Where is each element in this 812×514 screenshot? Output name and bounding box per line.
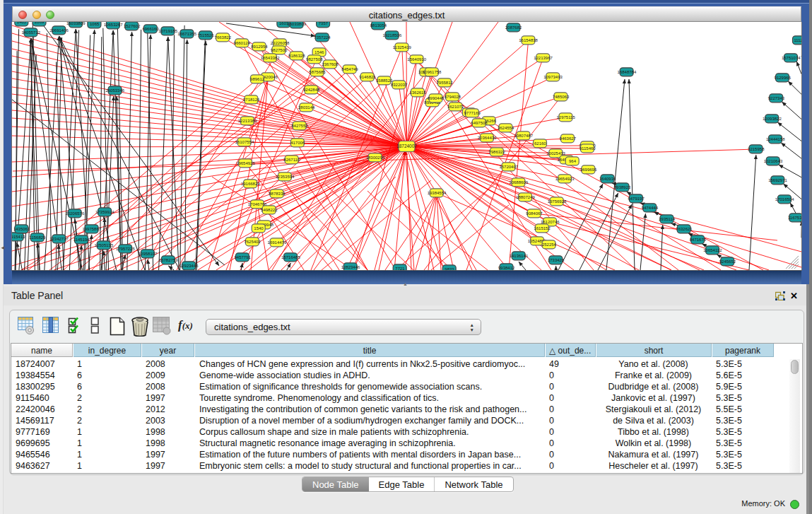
svg-text:7663822: 7663822 (215, 35, 232, 40)
svg-text:8454749: 8454749 (341, 67, 358, 71)
svg-text:9084067: 9084067 (526, 211, 543, 216)
svg-text:9463627: 9463627 (560, 136, 577, 141)
svg-text:16033809: 16033809 (287, 22, 306, 26)
svg-text:19218506: 19218506 (383, 33, 402, 37)
svg-text:7632621: 7632621 (676, 227, 693, 231)
svg-text:9129966: 9129966 (775, 76, 792, 80)
svg-text:12923446: 12923446 (180, 264, 199, 268)
svg-text:3915413: 3915413 (12, 235, 25, 239)
svg-text:15716485: 15716485 (281, 255, 300, 259)
svg-text:9242848: 9242848 (303, 88, 320, 92)
svg-text:8990448: 8990448 (428, 96, 445, 100)
svg-text:20691406: 20691406 (49, 28, 69, 33)
svg-text:7986322: 7986322 (488, 150, 505, 154)
svg-text:19756928: 19756928 (548, 199, 567, 204)
svg-text:9115460: 9115460 (579, 146, 596, 151)
svg-text:6794028: 6794028 (445, 95, 461, 99)
svg-text:15720407: 15720407 (499, 165, 518, 169)
svg-text:19166829: 19166829 (241, 182, 260, 186)
svg-text:19654923: 19654923 (555, 177, 575, 181)
svg-text:16914479: 16914479 (268, 240, 287, 245)
svg-text:19384554: 19384554 (428, 191, 447, 195)
svg-text:10653267: 10653267 (104, 23, 123, 27)
svg-text:252254: 252254 (542, 243, 557, 247)
svg-text:12505135: 12505135 (95, 243, 114, 247)
svg-text:7955812: 7955812 (437, 81, 454, 85)
svg-text:5875685: 5875685 (309, 70, 326, 74)
svg-text:18300295: 18300295 (366, 156, 385, 160)
svg-text:16107554: 16107554 (235, 140, 254, 144)
svg-text:9699695: 9699695 (580, 168, 597, 172)
svg-text:1167534: 1167534 (788, 216, 801, 220)
svg-text:10654112: 10654112 (703, 248, 722, 252)
svg-text:23226058: 23226058 (271, 41, 290, 45)
svg-text:10719185: 10719185 (158, 29, 177, 33)
svg-text:2803144: 2803144 (298, 105, 315, 110)
svg-text:8267110: 8267110 (283, 158, 300, 162)
svg-text:12093822: 12093822 (763, 117, 782, 121)
svg-text:8471676: 8471676 (690, 238, 707, 242)
svg-text:20206576: 20206576 (66, 211, 85, 216)
svg-text:8186328: 8186328 (288, 54, 305, 58)
svg-text:8813054: 8813054 (370, 23, 387, 28)
svg-text:6479197: 6479197 (628, 197, 645, 201)
svg-text:17016504: 17016504 (775, 197, 794, 201)
svg-text:10688609: 10688609 (509, 180, 528, 185)
svg-text:12444158: 12444158 (766, 137, 785, 141)
svg-text:7485063: 7485063 (553, 95, 570, 99)
svg-text:9827500: 9827500 (271, 48, 288, 52)
svg-text:7357224: 7357224 (314, 35, 331, 40)
svg-text:14136141: 14136141 (510, 254, 529, 258)
svg-text:7357: 7357 (319, 22, 329, 25)
svg-text:1065: 1065 (90, 22, 100, 26)
svg-text:2087682: 2087682 (505, 25, 522, 30)
svg-text:12213967: 12213967 (534, 56, 553, 60)
svg-text:16120746: 16120746 (541, 220, 560, 224)
svg-text:9827508: 9827508 (306, 57, 323, 62)
svg-text:12213389: 12213389 (238, 119, 257, 123)
svg-text:8322037: 8322037 (391, 83, 408, 87)
svg-text:2935114: 2935114 (659, 217, 676, 221)
svg-text:9227343: 9227343 (768, 96, 785, 100)
svg-text:989612: 989612 (250, 77, 265, 81)
svg-text:2718126: 2718126 (243, 98, 260, 102)
svg-text:2367608: 2367608 (322, 62, 339, 66)
svg-text:17359924: 17359924 (95, 210, 114, 214)
svg-text:1640934: 1640934 (599, 177, 616, 181)
svg-text:9833: 9833 (445, 267, 454, 270)
svg-text:10958107: 10958107 (139, 252, 158, 256)
svg-text:10973493: 10973493 (543, 75, 563, 79)
svg-text:8878334: 8878334 (269, 192, 286, 196)
svg-text:10807487: 10807487 (514, 134, 533, 138)
svg-text:15692971: 15692971 (768, 178, 787, 182)
svg-text:18807249: 18807249 (516, 195, 535, 199)
svg-text:7515526: 7515526 (197, 33, 214, 37)
svg-text:9938412: 9938412 (498, 266, 515, 270)
svg-text:17957225: 17957225 (116, 247, 135, 251)
svg-text:16543382: 16543382 (261, 56, 280, 60)
svg-text:9474444: 9474444 (642, 206, 659, 210)
svg-text:3624554: 3624554 (498, 126, 514, 130)
svg-text:62160: 62160 (534, 141, 546, 146)
svg-text:20364436: 20364436 (478, 136, 497, 140)
svg-text:26053346: 26053346 (105, 88, 124, 93)
svg-text:2069: 2069 (35, 22, 45, 24)
svg-text:16154838: 16154838 (519, 38, 538, 42)
svg-text:1546: 1546 (314, 50, 324, 54)
svg-text:8938923: 8938923 (614, 185, 631, 189)
svg-text:1362615: 1362615 (409, 90, 426, 95)
svg-text:417006: 417006 (290, 141, 305, 145)
svg-text:16848784: 16848784 (618, 70, 637, 74)
svg-text:12823446: 12823446 (341, 265, 360, 269)
svg-text:12975115: 12975115 (556, 115, 575, 119)
svg-text:15640910: 15640910 (407, 57, 426, 62)
svg-text:19975867: 19975867 (82, 227, 101, 231)
svg-text:9660124: 9660124 (234, 41, 251, 45)
svg-text:1540: 1540 (254, 226, 264, 230)
svg-text:1527602: 1527602 (124, 24, 141, 28)
svg-text:964: 964 (569, 159, 577, 163)
svg-text:7625402: 7625402 (244, 240, 261, 244)
svg-text:11123: 11123 (794, 38, 801, 42)
svg-text:8912954: 8912954 (251, 45, 268, 49)
svg-text:12342737: 12342737 (49, 237, 69, 241)
